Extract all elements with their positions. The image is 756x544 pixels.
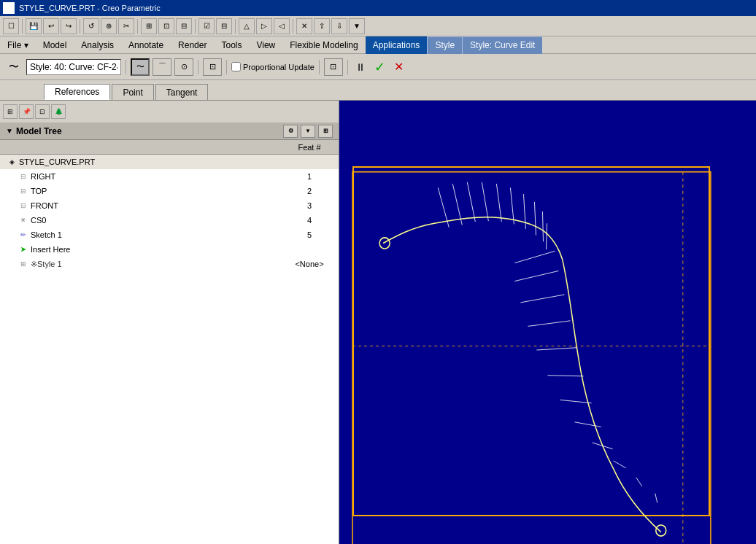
svg-line-9 <box>546 223 547 249</box>
svg-line-11 <box>514 271 558 281</box>
import-btn[interactable]: ⇩ <box>331 18 347 34</box>
minus-btn[interactable]: ⊟ <box>216 18 232 34</box>
check-btn[interactable]: ☑ <box>198 18 215 34</box>
svg-line-5 <box>510 187 514 224</box>
sep-st1 <box>126 60 126 74</box>
tree-content: ◈ STYLE_CURVE.PRT ⊟ RIGHT 1 ⊟ TOP 2 <box>0 155 339 544</box>
svg-line-17 <box>575 422 601 427</box>
front-label: FRONT <box>31 201 280 210</box>
svg-rect-24 <box>352 172 711 544</box>
new-btn[interactable]: ☐ <box>3 18 19 34</box>
extra-btn[interactable]: ⊡ <box>324 58 343 76</box>
close-btn2[interactable]: ✕ <box>296 18 312 34</box>
svg-line-2 <box>467 182 475 222</box>
menu-flexible[interactable]: Flexible Modeling <box>282 36 365 54</box>
svg-line-8 <box>542 211 543 241</box>
svg-point-23 <box>656 525 666 536</box>
curve-name-input[interactable] <box>26 59 121 75</box>
sep4 <box>195 19 196 34</box>
menu-view[interactable]: View <box>249 36 282 54</box>
menu-applications[interactable]: Applications <box>366 36 428 54</box>
more-btn[interactable]: ▼ <box>349 18 365 34</box>
mt-icon-layers[interactable]: ⊞ <box>3 104 18 119</box>
sep-st4 <box>319 60 320 74</box>
sketch1-feat: 5 <box>280 230 339 239</box>
tree-item-root[interactable]: ◈ STYLE_CURVE.PRT <box>0 155 339 169</box>
pause-btn[interactable]: ⏸ <box>352 60 369 74</box>
curve-wave-icon: 〜 <box>4 58 23 76</box>
proportional-update-checkbox[interactable] <box>231 62 241 71</box>
tab-references[interactable]: References <box>44 84 110 100</box>
menu-bar: File ▾ Model Analysis Annotate Render To… <box>0 36 756 54</box>
tree-item-insert[interactable]: ➤ Insert Here <box>0 242 339 257</box>
curve-type-1[interactable]: 〜 <box>131 58 150 76</box>
tree-item-front[interactable]: ⊟ FRONT 3 <box>0 198 339 213</box>
tree-item-right[interactable]: ⊟ RIGHT 1 <box>0 169 339 184</box>
sep1 <box>22 19 23 34</box>
model-tree-header: ▼ Model Tree ⚙ ▼ ⊞ <box>0 123 339 140</box>
mt-icon-filter[interactable]: ⊡ <box>35 104 50 119</box>
proportional-update-label[interactable]: Proportional Update <box>231 62 315 71</box>
sep5 <box>235 19 236 34</box>
tab-tangent[interactable]: Tangent <box>155 84 209 100</box>
viewport[interactable] <box>339 101 756 544</box>
undo-btn[interactable]: ↩ <box>43 18 59 34</box>
sep-st5 <box>347 60 348 74</box>
menu-tools[interactable]: Tools <box>214 36 249 54</box>
main-area: ⊞ 📌 ⊡ 🌲 ▼ Model Tree ⚙ ▼ ⊞ Feat # ◈ <box>0 101 756 544</box>
view1-btn[interactable]: ⊞ <box>141 18 157 34</box>
arrow-btn[interactable]: ▷ <box>256 18 272 34</box>
ok-btn[interactable]: ✓ <box>371 58 388 77</box>
tree-item-cs0[interactable]: ✳ CS0 4 <box>0 213 339 228</box>
front-feat: 3 <box>280 201 339 210</box>
proportional-update-text: Proportional Update <box>243 63 315 71</box>
back-btn[interactable]: ◁ <box>274 18 290 34</box>
menu-style[interactable]: Style <box>427 36 462 54</box>
tab-point[interactable]: Point <box>112 84 153 100</box>
sketch1-icon: ✏ <box>18 229 29 241</box>
mt-expand-icon[interactable]: ⊞ <box>318 125 333 138</box>
save-btn[interactable]: 💾 <box>26 18 42 34</box>
view3-btn[interactable]: ⊟ <box>176 18 192 34</box>
main-toolbar: ☐ 💾 ↩ ↪ ↺ ⊕ ✂ ⊞ ⊡ ⊟ ☑ ⊟ △ ▷ ◁ ✕ ⇪ ⇩ ▼ <box>0 16 756 36</box>
svg-line-19 <box>614 461 626 468</box>
style1-label: ※Style 1 <box>31 260 280 269</box>
cut-btn[interactable]: ✂ <box>118 18 134 34</box>
sep-st3 <box>226 60 227 74</box>
menu-style-curve-edit[interactable]: Style: Curve Edit <box>462 36 542 54</box>
model-tree-toolbar: ⊞ 📌 ⊡ 🌲 <box>0 101 339 123</box>
menu-model[interactable]: Model <box>36 36 74 54</box>
svg-line-21 <box>655 494 657 503</box>
svg-line-4 <box>496 184 501 222</box>
feature-btn[interactable]: ⊕ <box>101 18 117 34</box>
menu-file[interactable]: File ▾ <box>0 36 36 54</box>
right-feat: 1 <box>280 172 339 181</box>
root-label: STYLE_CURVE.PRT <box>19 158 280 166</box>
cancel-btn[interactable]: ✕ <box>391 58 406 75</box>
menu-annotate[interactable]: Annotate <box>121 36 171 54</box>
export-btn[interactable]: ⇪ <box>314 18 330 34</box>
tree-item-sketch1[interactable]: ✏ Sketch 1 5 <box>0 228 339 242</box>
curve-type-2[interactable]: ⌒ <box>153 58 171 76</box>
mt-filter-icon[interactable]: ▼ <box>301 125 315 138</box>
mt-settings-icon[interactable]: ⚙ <box>283 125 298 138</box>
curve-viewport-svg <box>339 101 756 544</box>
svg-point-22 <box>379 238 390 249</box>
menu-render[interactable]: Render <box>171 36 214 54</box>
curve-type-3[interactable]: ⊙ <box>174 58 193 76</box>
mt-icon-pin[interactable]: 📌 <box>19 104 34 119</box>
redo-btn[interactable]: ↪ <box>61 18 77 34</box>
tri-btn[interactable]: △ <box>239 18 255 34</box>
menu-analysis[interactable]: Analysis <box>74 36 121 54</box>
tree-item-style1[interactable]: ⊞ ※Style 1 <None> <box>0 257 339 271</box>
svg-line-7 <box>534 202 536 236</box>
mt-icon-tree[interactable]: 🌲 <box>51 104 66 119</box>
view2-btn[interactable]: ⊡ <box>158 18 174 34</box>
regen-btn[interactable]: ↺ <box>83 18 99 34</box>
sketch1-label: Sketch 1 <box>31 230 280 239</box>
top-feat: 2 <box>280 187 339 195</box>
collapse-arrow[interactable]: ▼ <box>6 127 13 135</box>
svg-line-18 <box>593 443 613 449</box>
tree-item-top[interactable]: ⊟ TOP 2 <box>0 184 339 198</box>
curve-opt-btn[interactable]: ⊡ <box>203 58 222 76</box>
